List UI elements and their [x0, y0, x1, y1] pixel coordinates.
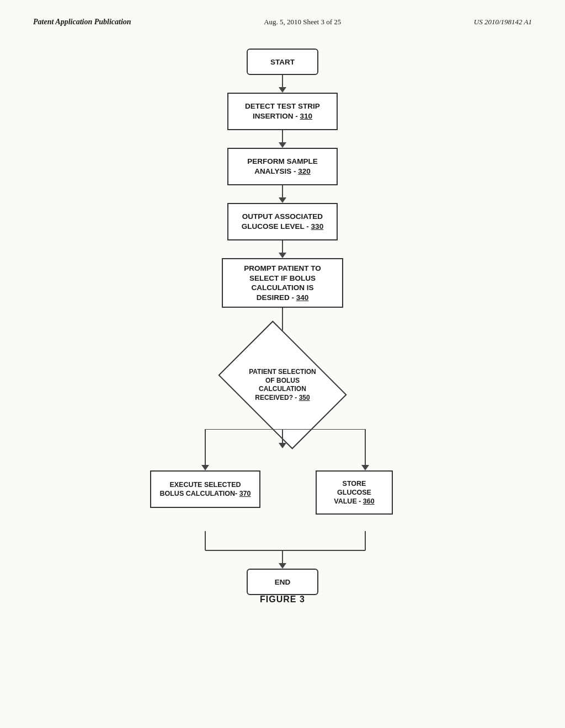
box-360-label: STORE GLUCOSE VALUE - 360: [334, 479, 374, 506]
diamond-350-label: PATIENT SELECTIONOF BOLUSCALCULATIONRECE…: [243, 368, 322, 402]
box-340: PROMPT PATIENT TO SELECT IF BOLUS CALCUL…: [222, 258, 343, 308]
box-370: EXECUTE SELECTED BOLUS CALCULATION- 370: [150, 470, 260, 508]
diamond-350-wrapper: PATIENT SELECTIONOF BOLUSCALCULATIONRECE…: [216, 341, 349, 429]
arrow-330-340: [279, 240, 286, 258]
end-box: END: [247, 569, 318, 595]
svg-marker-1: [279, 443, 286, 448]
arrow-start-310: [279, 75, 286, 93]
box-330-label: OUTPUT ASSOCIATED GLUCOSE LEVEL - 330: [242, 212, 323, 231]
figure-caption: FIGURE 3: [0, 595, 565, 604]
page: Patent Application Publication Aug. 5, 2…: [0, 0, 565, 728]
header-date-sheet: Aug. 5, 2010 Sheet 3 of 25: [264, 18, 341, 26]
header-patent-number: US 2010/198142 A1: [474, 18, 532, 26]
header: Patent Application Publication Aug. 5, 2…: [0, 0, 565, 26]
box-320-label: PERFORM SAMPLE ANALYSIS - 320: [247, 157, 318, 176]
flowchart: START DETECT TEST STRIP INSERTION - 310 …: [0, 49, 565, 584]
box-310-label: DETECT TEST STRIP INSERTION - 310: [245, 101, 320, 121]
svg-marker-7: [361, 465, 369, 470]
box-370-label: EXECUTE SELECTED BOLUS CALCULATION- 370: [159, 480, 250, 499]
box-310: DETECT TEST STRIP INSERTION - 310: [227, 93, 338, 130]
box-320: PERFORM SAMPLE ANALYSIS - 320: [227, 148, 338, 185]
box-340-label: PROMPT PATIENT TO SELECT IF BOLUS CALCUL…: [244, 264, 321, 302]
end-label: END: [275, 578, 291, 586]
arrow-310-320: [279, 130, 286, 148]
svg-marker-13: [279, 563, 286, 569]
start-label: START: [270, 58, 295, 66]
branch-section: EXECUTE SELECTED BOLUS CALCULATION- 370 …: [117, 429, 448, 584]
box-360: STORE GLUCOSE VALUE - 360: [316, 470, 393, 515]
header-publication-label: Patent Application Publication: [33, 18, 131, 26]
box-330: OUTPUT ASSOCIATED GLUCOSE LEVEL - 330: [227, 203, 338, 240]
svg-marker-3: [201, 465, 209, 470]
arrow-320-330: [279, 185, 286, 203]
start-box: START: [247, 49, 318, 75]
